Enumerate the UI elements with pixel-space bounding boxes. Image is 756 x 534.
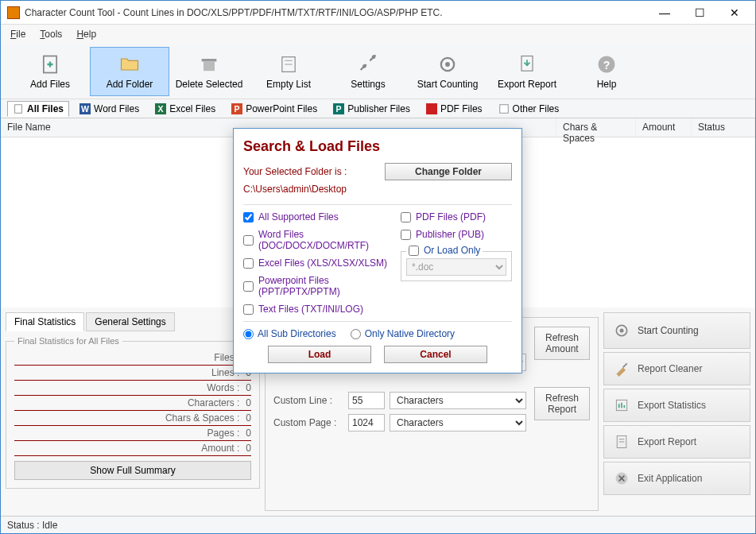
svg-rect-1 xyxy=(202,59,217,62)
main-toolbar: Add Files Add Folder Delete Selected Emp… xyxy=(1,44,755,99)
final-statistics-group: Final Statistics for All Files Files :0 … xyxy=(6,336,260,489)
load-button[interactable]: Load xyxy=(268,346,371,363)
tab-all-label: All Files xyxy=(27,103,64,114)
col-amount[interactable]: Amount xyxy=(636,118,692,137)
svg-rect-22 xyxy=(426,103,437,114)
tab-pdf-label: PDF Files xyxy=(440,103,483,114)
chk-word-files[interactable]: Word Files (DOC/DOCX/DOCM/RTF) xyxy=(243,229,388,251)
export-report-label: Export Report xyxy=(498,79,556,90)
maximize-button[interactable]: ☐ xyxy=(682,2,717,24)
gear-icon xyxy=(614,323,630,339)
custom-page-unit-select[interactable]: Characters xyxy=(390,414,526,431)
gear-icon xyxy=(436,53,459,75)
svg-point-9 xyxy=(445,62,450,67)
menu-help[interactable]: Help xyxy=(76,29,96,40)
add-folder-button[interactable]: Add Folder xyxy=(90,47,169,96)
file-plus-icon xyxy=(39,53,61,75)
custom-page-input[interactable] xyxy=(348,414,385,431)
exit-application-action[interactable]: Exit Application xyxy=(603,462,750,495)
delete-selected-button[interactable]: Delete Selected xyxy=(169,47,249,96)
tab-excel-label: Excel Files xyxy=(169,103,215,114)
col-chars-spaces[interactable]: Chars & Spaces xyxy=(556,118,636,137)
stats-legend: Final Statistics for All Files xyxy=(14,336,122,346)
tab-other-label: Other Files xyxy=(513,103,560,114)
tab-publisher-files[interactable]: PPublisher Files xyxy=(328,101,416,117)
exit-application-label: Exit Application xyxy=(638,473,702,484)
subtab-general-settings[interactable]: General Settings xyxy=(86,312,174,331)
action-panel: Start Counting Report Cleaner Export Sta… xyxy=(603,312,750,511)
show-full-summary-button[interactable]: Show Full Summary xyxy=(14,461,251,480)
close-button[interactable]: ✕ xyxy=(717,2,752,24)
svg-rect-23 xyxy=(499,104,508,113)
export-report-icon xyxy=(614,434,630,450)
custom-line-label: Custom Line : xyxy=(273,395,343,406)
menu-tools[interactable]: Tools xyxy=(40,29,62,40)
svg-rect-2 xyxy=(204,61,215,71)
export-report-action[interactable]: Export Report xyxy=(603,425,750,459)
settings-label: Settings xyxy=(351,79,385,90)
tab-pdf-files[interactable]: PDF Files xyxy=(421,101,488,117)
export-report-button[interactable]: Export Report xyxy=(487,47,567,96)
subtab-final-statistics[interactable]: Final Statistics xyxy=(6,312,84,331)
start-counting-button[interactable]: Start Counting xyxy=(408,47,487,96)
folder-open-icon xyxy=(118,53,141,75)
load-only-select[interactable]: *.doc xyxy=(406,258,506,276)
chk-pdf-files[interactable]: PDF Files (PDF) xyxy=(401,211,512,222)
add-files-button[interactable]: Add Files xyxy=(10,47,90,96)
status-label: Status : xyxy=(7,520,40,531)
custom-line-input[interactable] xyxy=(348,392,385,409)
export-stats-icon xyxy=(614,397,630,413)
refresh-amount-button[interactable]: Refresh Amount xyxy=(534,327,590,360)
stat-lines: Lines :0 xyxy=(14,366,251,381)
help-icon: ? xyxy=(595,53,618,75)
tab-all-files[interactable]: All Files xyxy=(7,101,69,117)
minimize-button[interactable]: — xyxy=(647,2,682,24)
radio-only-native-directory[interactable]: Only Native Directory xyxy=(351,328,455,339)
chk-excel-files[interactable]: Excel Files (XLS/XLSX/XLSM) xyxy=(243,257,388,269)
radio-all-sub-directories[interactable]: All Sub Directories xyxy=(243,328,336,339)
selected-folder-path: C:\Users\admin\Desktop xyxy=(243,184,512,195)
start-counting-label: Start Counting xyxy=(417,79,479,90)
start-counting-action[interactable]: Start Counting xyxy=(603,312,750,349)
chk-powerpoint-files[interactable]: Powerpoint Files (PPT/PPTX/PPTM) xyxy=(243,275,388,297)
app-icon xyxy=(7,6,20,19)
export-report-action-label: Export Report xyxy=(638,436,696,447)
broom-icon xyxy=(614,361,630,377)
tab-excel-files[interactable]: XExcel Files xyxy=(149,101,221,117)
svg-point-25 xyxy=(620,329,624,333)
export-statistics-action[interactable]: Export Statistics xyxy=(603,389,750,422)
svg-text:P: P xyxy=(235,103,240,113)
settings-button[interactable]: Settings xyxy=(328,47,408,96)
stat-amount: Amount :0 xyxy=(14,441,251,456)
empty-list-label: Empty List xyxy=(266,79,311,90)
publisher-icon: P xyxy=(333,103,344,114)
svg-text:W: W xyxy=(81,103,89,113)
refresh-report-button[interactable]: Refresh Report xyxy=(534,387,590,420)
menubar: File Tools Help xyxy=(1,25,755,44)
chk-text-files[interactable]: Text Files (TXT/INI/LOG) xyxy=(243,304,388,315)
word-icon: W xyxy=(79,103,91,114)
statusbar: Status : Idle xyxy=(1,516,755,533)
pdf-icon xyxy=(426,103,437,114)
help-button[interactable]: ? Help xyxy=(567,47,646,96)
export-statistics-label: Export Statistics xyxy=(638,400,706,411)
svg-text:?: ? xyxy=(603,58,611,71)
chk-all-supported[interactable]: All Supported Files xyxy=(243,211,388,222)
start-counting-action-label: Start Counting xyxy=(638,325,699,336)
svg-point-6 xyxy=(362,64,366,68)
change-folder-button[interactable]: Change Folder xyxy=(385,163,512,180)
col-status[interactable]: Status xyxy=(692,118,755,137)
svg-point-7 xyxy=(372,55,376,59)
add-files-label: Add Files xyxy=(30,79,70,90)
report-cleaner-action[interactable]: Report Cleaner xyxy=(603,352,750,385)
cancel-button[interactable]: Cancel xyxy=(384,346,487,363)
tab-other-files[interactable]: Other Files xyxy=(493,101,565,117)
empty-list-button[interactable]: Empty List xyxy=(249,47,328,96)
tab-word-files[interactable]: WWord Files xyxy=(74,101,145,117)
tab-powerpoint-files[interactable]: PPowerPoint Files xyxy=(226,101,323,117)
custom-line-unit-select[interactable]: Characters xyxy=(390,392,526,409)
chk-publisher-files[interactable]: Publisher (PUB) xyxy=(401,229,512,240)
chk-load-only[interactable]: Or Load Only xyxy=(406,245,483,256)
menu-file[interactable]: File xyxy=(10,29,25,40)
svg-rect-13 xyxy=(15,104,22,113)
